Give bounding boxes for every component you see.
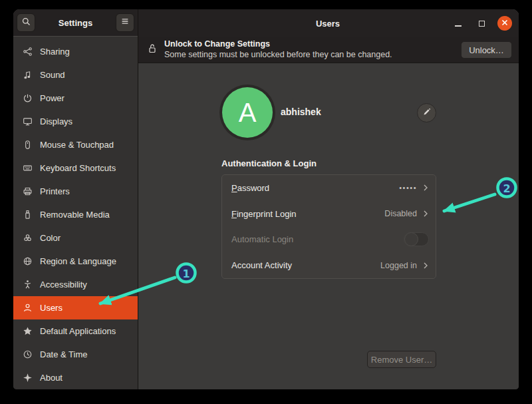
sidebar-item-region-language[interactable]: Region & Language bbox=[13, 250, 138, 273]
sidebar-item-label: Default Applications bbox=[40, 326, 116, 336]
banner-subtitle: Some settings must be unlocked before th… bbox=[164, 50, 461, 61]
pencil-icon bbox=[422, 107, 431, 119]
sidebar-item-date-time[interactable]: Date & Time bbox=[13, 343, 138, 366]
desktop-background: Settings bbox=[0, 0, 532, 404]
sidebar-item-displays[interactable]: Displays bbox=[13, 110, 138, 133]
sidebar-item-sound[interactable]: Sound bbox=[13, 63, 138, 87]
edit-name-button[interactable] bbox=[417, 103, 436, 122]
sidebar-item-color[interactable]: Color bbox=[13, 226, 138, 250]
fingerprint-login-row[interactable]: Fingerprint Login Disabled bbox=[222, 201, 436, 227]
sidebar-item-label: Removable Media bbox=[40, 210, 110, 220]
mouse-icon bbox=[22, 139, 33, 150]
sidebar-item-power[interactable]: Power bbox=[13, 87, 138, 110]
globe-icon bbox=[22, 256, 33, 267]
user-name: abhishek bbox=[281, 106, 321, 117]
toggle-knob bbox=[404, 232, 418, 246]
settings-window: Settings bbox=[13, 9, 519, 389]
sidebar-item-label: Date & Time bbox=[40, 349, 88, 359]
account-activity-value: Logged in bbox=[380, 261, 417, 270]
sidebar-item-users[interactable]: Users bbox=[13, 296, 138, 319]
auth-section-title: Authentication & Login bbox=[221, 158, 317, 168]
sidebar-list: Sharing Sound bbox=[13, 37, 138, 389]
account-activity-label: Account Activity bbox=[231, 260, 380, 270]
fingerprint-value: Disabled bbox=[384, 209, 417, 218]
search-icon bbox=[21, 17, 31, 29]
password-value: ••••• bbox=[399, 184, 417, 192]
banner-texts: Unlock to Change Settings Some settings … bbox=[164, 39, 461, 60]
clock-icon bbox=[22, 349, 33, 360]
sparkle-icon bbox=[22, 372, 33, 383]
sidebar-item-label: Accessibility bbox=[40, 280, 87, 290]
sidebar-title: Settings bbox=[35, 18, 116, 28]
automatic-login-row: Automatic Login bbox=[222, 227, 436, 253]
usb-icon bbox=[22, 209, 33, 220]
sidebar-item-label: About bbox=[40, 373, 63, 383]
sidebar-item-label: Displays bbox=[40, 116, 72, 126]
account-activity-row[interactable]: Account Activity Logged in bbox=[222, 252, 436, 278]
sidebar-item-label: Printers bbox=[40, 186, 70, 196]
sidebar-item-label: Users bbox=[40, 303, 63, 313]
display-icon bbox=[22, 116, 33, 127]
maximize-button[interactable] bbox=[474, 16, 489, 31]
sidebar-item-label: Mouse & Touchpad bbox=[40, 140, 114, 150]
main-headerbar: Users bbox=[138, 9, 519, 37]
users-icon bbox=[22, 302, 33, 313]
sidebar-item-label: Sharing bbox=[40, 47, 70, 57]
password-label: Password bbox=[231, 183, 399, 193]
star-icon bbox=[22, 325, 33, 337]
sidebar-item-mouse-touchpad[interactable]: Mouse & Touchpad bbox=[13, 133, 138, 156]
printer-icon bbox=[22, 186, 33, 197]
password-row[interactable]: Password ••••• bbox=[222, 175, 436, 201]
unlock-button[interactable]: Unlock… bbox=[461, 41, 512, 59]
chevron-right-icon bbox=[422, 210, 429, 218]
sidebar-item-sharing[interactable]: Sharing bbox=[13, 40, 138, 63]
sidebar-item-default-applications[interactable]: Default Applications bbox=[13, 319, 138, 343]
sidebar-item-keyboard-shortcuts[interactable]: Keyboard Shortcuts bbox=[13, 156, 138, 180]
sidebar-item-label: Sound bbox=[40, 70, 65, 80]
fingerprint-label: Fingerprint Login bbox=[231, 209, 384, 219]
main-panel: Users bbox=[138, 9, 519, 389]
sidebar-item-label: Keyboard Shortcuts bbox=[40, 163, 116, 173]
sidebar-item-label: Power bbox=[40, 93, 65, 103]
keyboard-icon bbox=[22, 162, 33, 174]
auth-rows-box: Password ••••• Fingerprint Login Disable… bbox=[221, 174, 436, 279]
maximize-icon bbox=[479, 21, 485, 27]
window-controls bbox=[451, 16, 512, 31]
page-title: Users bbox=[148, 19, 451, 29]
automatic-login-toggle[interactable] bbox=[404, 232, 429, 246]
chevron-right-icon bbox=[422, 262, 429, 270]
chevron-right-icon bbox=[422, 184, 429, 192]
color-icon bbox=[22, 232, 33, 244]
sidebar-item-accessibility[interactable]: Accessibility bbox=[13, 273, 138, 296]
minimize-button[interactable] bbox=[451, 16, 466, 31]
remove-user-button[interactable]: Remove User… bbox=[367, 351, 436, 368]
banner-title: Unlock to Change Settings bbox=[164, 39, 461, 50]
lock-icon bbox=[148, 43, 158, 57]
sound-icon bbox=[22, 69, 33, 81]
sidebar-item-label: Color bbox=[40, 233, 61, 243]
minimize-icon bbox=[455, 25, 462, 27]
hamburger-menu-icon bbox=[120, 17, 130, 29]
share-icon bbox=[22, 46, 33, 57]
sidebar-headerbar: Settings bbox=[13, 9, 138, 37]
sidebar-item-printers[interactable]: Printers bbox=[13, 180, 138, 203]
sidebar-item-removable-media[interactable]: Removable Media bbox=[13, 203, 138, 226]
sidebar-item-about[interactable]: About bbox=[13, 366, 138, 389]
search-button[interactable] bbox=[17, 13, 35, 32]
automatic-login-label: Automatic Login bbox=[231, 234, 404, 244]
primary-menu-button[interactable] bbox=[116, 13, 134, 32]
close-icon bbox=[501, 17, 509, 29]
power-icon bbox=[22, 93, 33, 104]
accessibility-icon bbox=[22, 279, 33, 290]
unlock-banner: Unlock to Change Settings Some settings … bbox=[138, 37, 519, 63]
users-content: A abhishek Authentication & Login Passwo… bbox=[138, 63, 519, 389]
avatar-letter: A bbox=[239, 98, 257, 128]
avatar[interactable]: A bbox=[222, 87, 273, 138]
sidebar: Settings bbox=[13, 9, 138, 389]
close-button[interactable] bbox=[497, 16, 512, 31]
sidebar-item-label: Region & Language bbox=[40, 256, 116, 266]
